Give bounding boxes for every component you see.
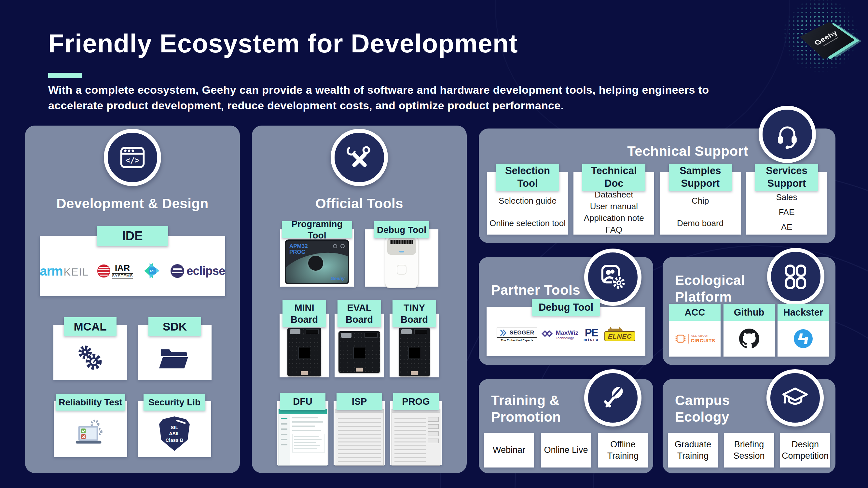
gears-icon <box>73 341 107 374</box>
crossed-tools-icon <box>344 142 375 173</box>
svg-text:</>: </> <box>125 156 140 165</box>
hackster-column: Hackster <box>777 304 829 357</box>
ide-row: IDE arm KEIL IAR SYSTEMS <box>25 226 240 296</box>
support-item: Demo board <box>677 218 723 228</box>
official-tools-title: Official Tools <box>252 196 467 212</box>
prog-text: PROG <box>289 249 308 255</box>
support-item: User manual <box>590 201 638 212</box>
mcal-sdk-row: MCAL <box>25 317 240 380</box>
title-line: Promotion <box>491 409 561 425</box>
reliability-test-label: Reliability Test <box>56 394 125 411</box>
online-live-card: Online Live <box>541 433 591 467</box>
development-design-title: Development & Design <box>25 196 240 212</box>
title-line: Platform <box>675 289 745 305</box>
maxwiz-name-text: MaxWiz <box>556 330 578 336</box>
briefing-session-card: Briefing Session <box>724 433 774 467</box>
campus-ecology-title: Campus Ecology <box>675 392 730 425</box>
title-underline <box>48 73 82 78</box>
security-group: Security Lib SIL ASIL Class B <box>138 394 211 457</box>
apm32-text: APM32 <box>289 243 308 249</box>
maxwiz-logo: MaxWiz Technology <box>542 330 578 340</box>
iar-logo-text: IAR <box>115 264 130 273</box>
isp-group: ISP <box>334 393 385 465</box>
clover-grid-icon <box>781 262 811 292</box>
development-design-icon-circle: </> <box>104 129 161 186</box>
campus-cards: Graduate Training Briefing Session Desig… <box>668 433 830 467</box>
people-gear-icon <box>598 262 628 292</box>
probe-connector <box>390 240 413 244</box>
panel-development-design: </> Development & Design IDE arm KEIL IA… <box>25 126 240 473</box>
panel-campus-ecology: Campus Ecology Graduate Training Briefin… <box>663 379 835 474</box>
partner-debug-group: Debug Tool SEGGER The Embedded Experts <box>487 299 645 356</box>
official-tools-icon-circle <box>331 129 388 186</box>
graduate-training-card: Graduate Training <box>668 433 718 467</box>
tiny-board-image <box>399 328 430 377</box>
debug-tool-label: Debug Tool <box>374 221 429 238</box>
technical-support-icon-circle <box>758 106 816 163</box>
security-shield-icon: SIL ASIL Class B <box>159 416 190 451</box>
software-tools-row: DFU ISP <box>252 393 467 465</box>
dfu-label: DFU <box>280 393 326 410</box>
debug-tool-group: Debug Tool <box>365 221 438 287</box>
panel-ecological-platform: Ecological Platform ACC <box>663 257 835 365</box>
tiny-board-group: TINY Board <box>390 300 439 378</box>
headset-icon <box>772 119 803 150</box>
shield-line: SIL <box>170 424 178 431</box>
isp-label: ISP <box>337 393 382 410</box>
tiny-board-label: TINY Board <box>393 300 436 327</box>
title-line: Ecological <box>675 272 745 289</box>
reliability-group: Reliability Test <box>54 394 127 457</box>
dfu-sidebar <box>279 414 290 465</box>
pemicro-logo: PE micro <box>584 328 599 341</box>
title-line: Ecology <box>675 409 730 425</box>
segger-arrows-icon <box>500 329 508 336</box>
webinar-card: Webinar <box>484 433 534 467</box>
title-line: Training & <box>491 392 561 409</box>
maxwiz-diamonds-icon <box>542 330 554 340</box>
security-lib-label: Security Lib <box>144 394 205 411</box>
eval-board-label: EVAL Board <box>338 300 381 327</box>
eclipse-logo-text: eclipse <box>186 264 225 278</box>
ecological-columns: ACC ALL ABOUT CIRCUITS Gi <box>669 304 829 357</box>
debug-probe-device-image <box>385 235 418 288</box>
mini-board-image <box>287 328 321 377</box>
pemicro-name-text: PE <box>585 328 598 338</box>
device-buttons <box>333 244 345 248</box>
dfu-card <box>277 401 329 465</box>
folder-icon <box>158 344 192 372</box>
boards-row: MINI Board EVAL Board TINY Board <box>252 300 467 378</box>
acc-label: ACC <box>669 304 720 321</box>
training-promotion-icon-circle <box>584 369 642 426</box>
iar-systems-text: SYSTEMS <box>112 273 133 279</box>
technical-support-title: Technical Support <box>627 143 748 159</box>
segger-name-text: SEGGER <box>510 330 534 336</box>
design-competition-card: Design Competition <box>780 433 830 467</box>
elnec-logo: ELNEC <box>604 329 636 340</box>
support-item: Datasheet <box>595 190 633 200</box>
ide-label: IDE <box>97 226 168 246</box>
hackster-label: Hackster <box>777 304 829 321</box>
hackster-icon <box>794 329 813 348</box>
shield-gloss <box>176 419 186 424</box>
slide-canvas: Friendly Ecosystem for Development With … <box>0 0 868 488</box>
prog-label: PROG <box>393 393 439 410</box>
support-item: FAQ <box>606 225 622 235</box>
segger-logo: SEGGER The Embedded Experts <box>497 328 538 342</box>
support-item: Chip <box>691 196 709 206</box>
device-brand-text: Geehy <box>331 276 345 281</box>
page-subtitle: With a complete ecosystem, Geehy can pro… <box>48 82 761 113</box>
programing-tool-group: Programing Tool APM32 PROG Geehy <box>280 221 354 287</box>
prog-app-screenshot <box>392 409 440 465</box>
mcal-group: MCAL <box>53 317 127 380</box>
pemicro-sub-text: micro <box>584 338 599 341</box>
dfu-app-screenshot <box>278 409 327 465</box>
ecological-platform-title: Ecological Platform <box>675 272 745 305</box>
segger-tagline-text: The Embedded Experts <box>501 339 533 342</box>
prog-card <box>390 401 442 465</box>
github-card <box>723 321 775 357</box>
rt-badge-text: RT <box>150 269 155 273</box>
acc-column: ACC ALL ABOUT CIRCUITS <box>669 304 720 357</box>
campus-ecology-icon-circle <box>767 369 824 426</box>
programing-debug-row: Programing Tool APM32 PROG Geehy <box>252 221 467 287</box>
shield-line: Class B <box>165 437 183 444</box>
